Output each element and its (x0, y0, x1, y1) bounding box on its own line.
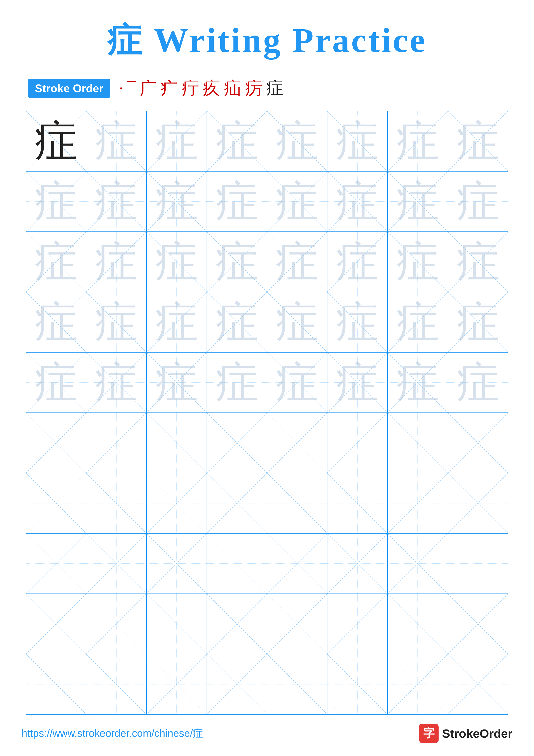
table-row[interactable]: 症 (207, 413, 267, 473)
table-row[interactable]: 症 (388, 292, 448, 352)
table-row[interactable]: 症 (86, 352, 146, 413)
table-row[interactable]: 症 (146, 533, 207, 594)
table-row[interactable]: 症 (388, 654, 448, 715)
grid-character: 症 (155, 240, 198, 284)
grid-character: 症 (275, 655, 318, 713)
table-row[interactable]: 症 (448, 654, 508, 715)
table-row[interactable]: 症 (26, 594, 87, 654)
table-row[interactable]: 症 (448, 111, 508, 171)
table-row[interactable]: 症 (327, 232, 388, 292)
table-row[interactable]: 症 (327, 594, 388, 654)
grid-character: 症 (396, 361, 439, 404)
table-row[interactable]: 症 (207, 533, 267, 594)
table-row[interactable]: 症 (146, 654, 207, 715)
grid-character: 症 (456, 120, 499, 163)
table-row[interactable]: 症 (448, 171, 508, 232)
table-row[interactable]: 症 (207, 111, 267, 171)
table-row[interactable]: 症 (207, 654, 267, 715)
stroke-order-row: Stroke Order ·¯广疒疔疚疝疠症 (21, 77, 513, 100)
grid-character: 症 (35, 180, 78, 223)
table-row[interactable]: 症 (448, 232, 508, 292)
table-row[interactable]: 症 (146, 473, 207, 533)
table-row[interactable]: 症 (388, 232, 448, 292)
table-row[interactable]: 症 (26, 533, 87, 594)
table-row[interactable]: 症 (146, 232, 207, 292)
table-row[interactable]: 症 (327, 292, 388, 352)
table-row[interactable]: 症 (26, 473, 87, 533)
table-row[interactable]: 症 (207, 292, 267, 352)
table-row[interactable]: 症 (26, 352, 87, 413)
grid-character: 症 (216, 595, 259, 653)
table-row[interactable]: 症 (448, 533, 508, 594)
table-row[interactable]: 症 (86, 232, 146, 292)
table-row[interactable]: 症 (146, 352, 207, 413)
table-row[interactable]: 症 (26, 292, 87, 352)
table-row[interactable]: 症 (26, 111, 87, 171)
table-row[interactable]: 症 (26, 232, 87, 292)
table-row[interactable]: 症 (327, 171, 388, 232)
table-row[interactable]: 症 (267, 594, 327, 654)
table-row[interactable]: 症 (327, 473, 388, 533)
table-row[interactable]: 症 (267, 654, 327, 715)
table-row[interactable]: 症 (207, 171, 267, 232)
table-row[interactable]: 症 (327, 111, 388, 171)
table-row[interactable]: 症 (267, 232, 327, 292)
table-row[interactable]: 症 (327, 352, 388, 413)
grid-character: 症 (95, 655, 138, 713)
table-row[interactable]: 症 (448, 473, 508, 533)
grid-character: 症 (456, 361, 499, 404)
table-row[interactable]: 症 (388, 594, 448, 654)
table-row[interactable]: 症 (267, 292, 327, 352)
table-row[interactable]: 症 (86, 413, 146, 473)
table-row[interactable]: 症 (327, 413, 388, 473)
table-row[interactable]: 症 (388, 352, 448, 413)
table-row[interactable]: 症 (86, 292, 146, 352)
grid-character: 症 (35, 655, 78, 713)
table-row[interactable]: 症 (448, 594, 508, 654)
table-row[interactable]: 症 (207, 352, 267, 413)
grid-character: 症 (456, 655, 499, 713)
table-row[interactable]: 症 (26, 171, 87, 232)
table-row[interactable]: 症 (26, 654, 87, 715)
grid-character: 症 (95, 595, 138, 653)
table-row[interactable]: 症 (388, 171, 448, 232)
table-row[interactable]: 症 (267, 413, 327, 473)
table-row[interactable]: 症 (267, 533, 327, 594)
table-row[interactable]: 症 (86, 533, 146, 594)
table-row[interactable]: 症 (86, 654, 146, 715)
table-row[interactable]: 症 (388, 111, 448, 171)
table-row[interactable]: 症 (388, 473, 448, 533)
grid-character: 症 (456, 301, 499, 344)
table-row[interactable]: 症 (207, 594, 267, 654)
table-row[interactable]: 症 (388, 413, 448, 473)
table-row[interactable]: 症 (267, 473, 327, 533)
table-row[interactable]: 症 (327, 533, 388, 594)
table-row[interactable]: 症 (448, 292, 508, 352)
grid-character: 症 (336, 534, 379, 593)
table-row[interactable]: 症 (86, 473, 146, 533)
table-row[interactable]: 症 (26, 413, 87, 473)
footer-brand: 字 StrokeOrder (419, 724, 513, 743)
table-row[interactable]: 症 (146, 111, 207, 171)
table-row[interactable]: 症 (146, 171, 207, 232)
brand-name: StrokeOrder (442, 726, 513, 741)
grid-character: 症 (275, 534, 318, 593)
table-row[interactable]: 症 (146, 594, 207, 654)
table-row[interactable]: 症 (327, 654, 388, 715)
table-row[interactable]: 症 (146, 413, 207, 473)
table-row[interactable]: 症 (267, 352, 327, 413)
grid-character: 症 (336, 474, 379, 532)
table-row[interactable]: 症 (86, 111, 146, 171)
table-row[interactable]: 症 (86, 594, 146, 654)
table-row[interactable]: 症 (207, 473, 267, 533)
table-row[interactable]: 症 (207, 232, 267, 292)
table-row[interactable]: 症 (267, 171, 327, 232)
table-row[interactable]: 症 (448, 352, 508, 413)
table-row[interactable]: 症 (448, 413, 508, 473)
grid-character: 症 (275, 595, 318, 653)
table-row[interactable]: 症 (146, 292, 207, 352)
table-row[interactable]: 症 (86, 171, 146, 232)
table-row[interactable]: 症 (267, 111, 327, 171)
page: 症 Writing Practice Stroke Order ·¯广疒疔疚疝疠… (0, 0, 534, 756)
table-row[interactable]: 症 (388, 533, 448, 594)
